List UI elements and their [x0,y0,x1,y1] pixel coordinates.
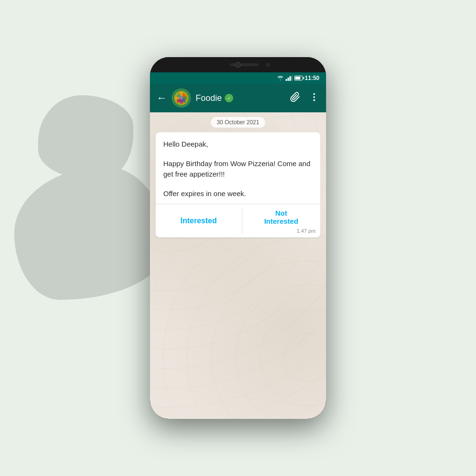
phone-screen: 11:50 ← [150,72,326,419]
message-content: Hello Deepak, Happy Birthday from Wow Pi… [156,132,320,204]
phone-camera [235,62,241,68]
message-bubble: Hello Deepak, Happy Birthday from Wow Pi… [156,132,320,238]
phone-speaker [230,63,258,66]
svg-point-23 [313,99,315,101]
avatar-image [172,89,191,108]
svg-point-21 [313,93,315,95]
action-buttons: Interested NotInterested 1.47 pm [156,204,320,238]
avatar [172,89,191,108]
contact-name-area: Foodie ✓ [196,93,285,103]
phone-frame: 11:50 ← [150,57,326,419]
battery-icon [294,76,303,80]
header-actions [290,92,319,105]
status-time: 11:50 [305,75,319,81]
wifi-icon [277,76,284,80]
message-greeting: Hello Deepak, [163,139,313,150]
date-badge: 30 October 2021 [211,117,265,128]
message-body: Happy Birthday from Wow Pizzeria! Come a… [163,159,313,180]
contact-name: Foodie [196,93,222,103]
signal-icon [286,76,292,81]
verified-badge: ✓ [225,94,233,102]
status-bar: 11:50 [150,72,326,84]
svg-rect-0 [286,79,287,81]
status-icons: 11:50 [277,75,319,81]
attach-icon[interactable] [290,92,300,105]
svg-point-22 [313,96,315,98]
more-options-icon[interactable] [309,92,319,105]
interested-button[interactable]: Interested [156,204,242,238]
not-interested-button[interactable]: NotInterested [260,204,302,228]
message-timestamp: 1.47 pm [242,228,321,238]
background-blob-2 [38,95,133,181]
phone-front-camera [266,63,270,67]
chat-area: 30 October 2021 Hello Deepak, Happy Birt… [150,112,326,419]
svg-rect-1 [288,78,289,81]
back-button[interactable]: ← [157,93,167,103]
svg-rect-3 [291,76,292,81]
svg-rect-2 [289,76,291,81]
whatsapp-header[interactable]: ← [150,84,326,112]
background-blob-1 [14,167,167,300]
phone-top-bar [150,57,326,72]
message-offer: Offer expires in one week. [163,188,313,199]
